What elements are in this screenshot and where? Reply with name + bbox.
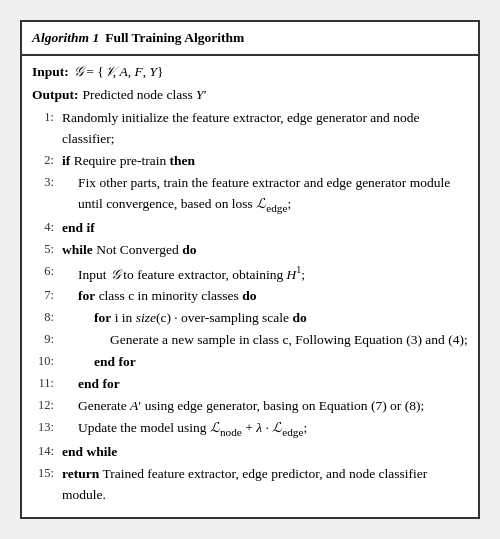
line-content-2: if Require pre-train then [62, 151, 468, 172]
line-content-15: return Trained feature extractor, edge p… [62, 464, 468, 506]
line-num-15: 15: [32, 464, 54, 483]
algo-line-12: 12: Generate A′ using edge generator, ba… [32, 396, 468, 417]
algo-line-4: 4: end if [32, 218, 468, 239]
line-content-13: Update the model using ℒnode + λ · ℒedge… [62, 418, 468, 441]
output-label: Output: [32, 85, 79, 106]
line-content-1: Randomly initialize the feature extracto… [62, 108, 468, 150]
line-num-3: 3: [32, 173, 54, 192]
algo-line-7: 7: for class c in minority classes do [32, 286, 468, 307]
algo-line-5: 5: while Not Converged do [32, 240, 468, 261]
input-value: 𝒢 = {𝒱, A, F, Y} [73, 62, 468, 83]
line-content-3: Fix other parts, train the feature extra… [62, 173, 468, 217]
algo-line-10: 10: end for [32, 352, 468, 373]
line-num-11: 11: [32, 374, 54, 393]
line-num-2: 2: [32, 151, 54, 170]
line-num-10: 10: [32, 352, 54, 371]
algo-line-13: 13: Update the model using ℒnode + λ · ℒ… [32, 418, 468, 441]
output-line: Output: Predicted node class Y′ [32, 85, 468, 106]
line-content-11: end for [62, 374, 468, 395]
line-content-8: for i in size(c) · over-sampling scale d… [62, 308, 468, 329]
algo-line-2: 2: if Require pre-train then [32, 151, 468, 172]
line-num-6: 6: [32, 262, 54, 281]
line-num-13: 13: [32, 418, 54, 437]
line-content-7: for class c in minority classes do [62, 286, 468, 307]
algo-line-8: 8: for i in size(c) · over-sampling scal… [32, 308, 468, 329]
line-content-5: while Not Converged do [62, 240, 468, 261]
line-content-6: Input 𝒢 to feature extractor, obtaining … [62, 262, 468, 285]
algorithm-title: Algorithm 1 Full Training Algorithm [22, 22, 478, 56]
line-num-4: 4: [32, 218, 54, 237]
line-content-12: Generate A′ using edge generator, basing… [62, 396, 468, 417]
algo-line-1: 1: Randomly initialize the feature extra… [32, 108, 468, 150]
output-value: Predicted node class Y′ [83, 85, 468, 106]
algorithm-box: Algorithm 1 Full Training Algorithm Inpu… [20, 20, 480, 518]
algo-line-15: 15: return Trained feature extractor, ed… [32, 464, 468, 506]
line-num-1: 1: [32, 108, 54, 127]
input-line: Input: 𝒢 = {𝒱, A, F, Y} [32, 62, 468, 83]
line-num-8: 8: [32, 308, 54, 327]
input-label: Input: [32, 62, 69, 83]
line-content-4: end if [62, 218, 468, 239]
algo-line-14: 14: end while [32, 442, 468, 463]
line-content-9: Generate a new sample in class c, Follow… [62, 330, 468, 351]
line-content-14: end while [62, 442, 468, 463]
algorithm-label: Algorithm 1 [32, 28, 99, 49]
line-content-10: end for [62, 352, 468, 373]
line-num-5: 5: [32, 240, 54, 259]
algo-line-6: 6: Input 𝒢 to feature extractor, obtaini… [32, 262, 468, 285]
line-num-7: 7: [32, 286, 54, 305]
line-num-12: 12: [32, 396, 54, 415]
line-num-14: 14: [32, 442, 54, 461]
algo-line-9: 9: Generate a new sample in class c, Fol… [32, 330, 468, 351]
algo-line-11: 11: end for [32, 374, 468, 395]
algorithm-body: Input: 𝒢 = {𝒱, A, F, Y} Output: Predicte… [22, 56, 478, 516]
line-num-9: 9: [32, 330, 54, 349]
algo-line-3: 3: Fix other parts, train the feature ex… [32, 173, 468, 217]
algorithm-title-text: Full Training Algorithm [105, 28, 244, 49]
